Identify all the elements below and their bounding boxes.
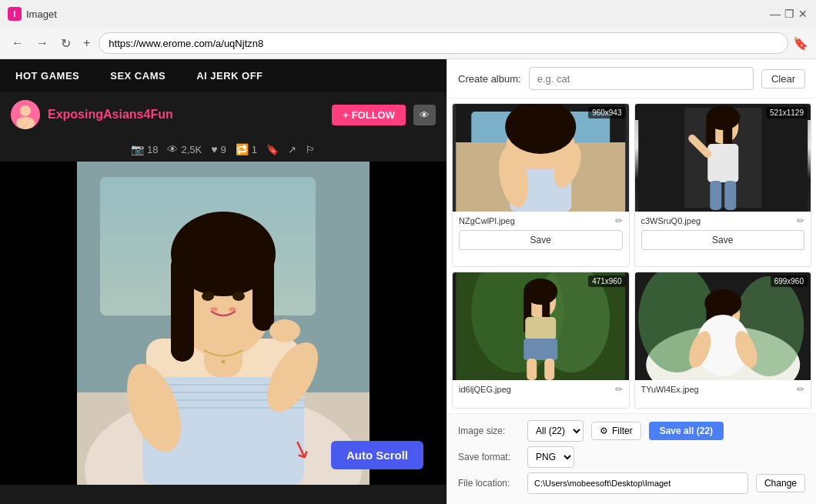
image-card-2: 521x1129 c3WSruQ0.jpeg ✏ Save: [634, 103, 812, 267]
stats-bar: 📷 18 👁 2,5K ♥ 9 🔁 1 🔖 ↗ 🏳: [0, 137, 446, 162]
imaget-panel: Create album: Clear: [446, 59, 816, 504]
edit-icon-2[interactable]: ✏: [797, 215, 804, 226]
img-filename-2: c3WSruQ0.jpeg: [641, 216, 701, 225]
save-all-button[interactable]: Save all (22): [649, 422, 724, 440]
img-dimensions-2: 521x1129: [766, 107, 808, 118]
minimize-button[interactable]: —: [770, 8, 781, 19]
image-card-4: 699x960 TYuWl4Ex.jpeg ✏: [634, 272, 812, 409]
filter-icon: ⚙: [600, 426, 608, 436]
stat-share[interactable]: ↗: [288, 144, 296, 155]
file-location-label: File location:: [458, 478, 520, 489]
svg-point-25: [229, 307, 236, 312]
browser-chrome: I Imaget — ❐ ✕ ← → ↻ + 🔖: [0, 0, 816, 59]
svg-rect-55: [523, 339, 557, 360]
image-card-footer-3: id6ljQEG.jpeg ✏: [453, 380, 629, 399]
image-card-footer-1: NZgCwlPl.jpeg ✏: [453, 212, 629, 230]
stat-bookmark[interactable]: 🔖: [266, 144, 279, 155]
image-card-footer-4: TYuWl4Ex.jpeg ✏: [635, 380, 811, 399]
image-thumb-2: 521x1129: [635, 104, 811, 212]
create-album-label: Create album:: [458, 73, 521, 85]
share-icon: ↗: [288, 144, 296, 155]
profile-bar: ExposingAsians4Fun + FOLLOW 👁: [0, 92, 446, 137]
app-icon: I: [8, 7, 22, 21]
save-button-2[interactable]: Save: [641, 230, 805, 250]
close-button[interactable]: ✕: [798, 8, 808, 19]
title-bar-left: I Imaget: [8, 7, 57, 21]
webpage-panel: HOT GAMES SEX CAMS AI JERK OFF ExposingA…: [0, 59, 446, 504]
create-album-bar: Create album: Clear: [447, 59, 816, 98]
save-format-row: Save format: PNG: [458, 446, 805, 468]
img-filename-4: TYuWl4Ex.jpeg: [641, 385, 699, 394]
svg-rect-42: [707, 144, 738, 182]
eye-icon: 👁: [167, 143, 178, 155]
img-dimensions-4: 699x960: [771, 275, 808, 287]
thumb-image-3: [453, 272, 629, 380]
album-input[interactable]: [529, 67, 754, 90]
svg-point-27: [269, 319, 300, 342]
svg-rect-21: [252, 254, 274, 331]
main-area: HOT GAMES SEX CAMS AI JERK OFF ExposingA…: [0, 59, 816, 504]
forward-button[interactable]: →: [32, 34, 52, 52]
image-card-3: 471x960 id6ljQEG.jpeg ✏: [452, 272, 630, 409]
svg-point-22: [202, 292, 214, 301]
stat-views: 👁 2,5K: [167, 143, 202, 155]
camera-icon: 📷: [131, 143, 144, 155]
thumb-image-2: [635, 104, 811, 212]
nav-bar: ← → ↻ + 🔖: [0, 28, 816, 58]
svg-point-24: [210, 307, 218, 312]
new-tab-button[interactable]: +: [79, 34, 94, 52]
svg-rect-56: [527, 359, 537, 380]
nav-ai-jerk-off[interactable]: AI JERK OFF: [181, 59, 278, 92]
svg-point-2: [16, 117, 35, 129]
svg-point-1: [20, 105, 31, 116]
nav-sex-cams[interactable]: SEX CAMS: [95, 59, 181, 92]
svg-rect-20: [171, 254, 194, 362]
svg-rect-54: [525, 317, 556, 340]
image-thumb-3: 471x960: [453, 272, 629, 380]
image-size-label: Image size:: [458, 426, 520, 436]
stat-likes[interactable]: ♥ 9: [211, 143, 226, 155]
auto-scroll-button[interactable]: Auto Scroll: [331, 441, 423, 469]
clear-button[interactable]: Clear: [761, 69, 805, 88]
file-location-input[interactable]: [527, 472, 748, 494]
edit-icon-4[interactable]: ✏: [797, 384, 804, 395]
images-grid: 960x943 NZgCwlPl.jpeg ✏ Save: [447, 98, 816, 413]
back-button[interactable]: ←: [8, 34, 28, 52]
eye-button[interactable]: 👁: [413, 105, 436, 125]
file-location-row: File location: Change: [458, 472, 805, 494]
change-location-button[interactable]: Change: [756, 474, 805, 492]
image-card-1: 960x943 NZgCwlPl.jpeg ✏ Save: [452, 103, 630, 267]
svg-rect-44: [724, 181, 736, 210]
svg-point-26: [222, 360, 226, 364]
svg-rect-57: [544, 359, 554, 380]
restore-button[interactable]: ❐: [784, 8, 794, 19]
title-bar: I Imaget — ❐ ✕: [0, 0, 816, 28]
top-nav: HOT GAMES SEX CAMS AI JERK OFF: [0, 59, 446, 92]
bookmark-extension-button[interactable]: 🔖: [793, 36, 808, 51]
thumb-image-1: [453, 104, 629, 212]
image-thumb-4: 699x960: [635, 272, 811, 380]
image-view: ↘ Auto Scroll: [0, 162, 446, 485]
heart-icon: ♥: [211, 143, 217, 155]
refresh-button[interactable]: ↻: [57, 34, 75, 53]
img-filename-1: NZgCwlPl.jpeg: [459, 216, 515, 225]
flag-icon: 🏳: [306, 144, 316, 155]
save-format-label: Save format:: [458, 452, 520, 462]
app-title: Imaget: [26, 8, 57, 20]
stat-flag[interactable]: 🏳: [306, 144, 316, 155]
edit-icon-1[interactable]: ✏: [615, 215, 623, 226]
filter-button[interactable]: ⚙ Filter: [591, 422, 641, 440]
repost-icon: 🔁: [236, 143, 249, 155]
image-size-select[interactable]: All (22): [527, 420, 584, 442]
img-filename-3: id6ljQEG.jpeg: [459, 385, 511, 394]
address-input[interactable]: [99, 32, 788, 54]
edit-icon-3[interactable]: ✏: [615, 384, 623, 395]
window-controls: — ❐ ✕: [770, 8, 808, 19]
save-button-1[interactable]: Save: [459, 230, 623, 250]
stat-reposts[interactable]: 🔁 1: [236, 143, 257, 155]
image-size-row: Image size: All (22) ⚙ Filter Save all (…: [458, 420, 805, 442]
follow-button[interactable]: + FOLLOW: [332, 105, 406, 125]
format-select[interactable]: PNG: [527, 446, 574, 468]
svg-point-23: [232, 292, 245, 301]
nav-hot-games[interactable]: HOT GAMES: [0, 59, 95, 92]
